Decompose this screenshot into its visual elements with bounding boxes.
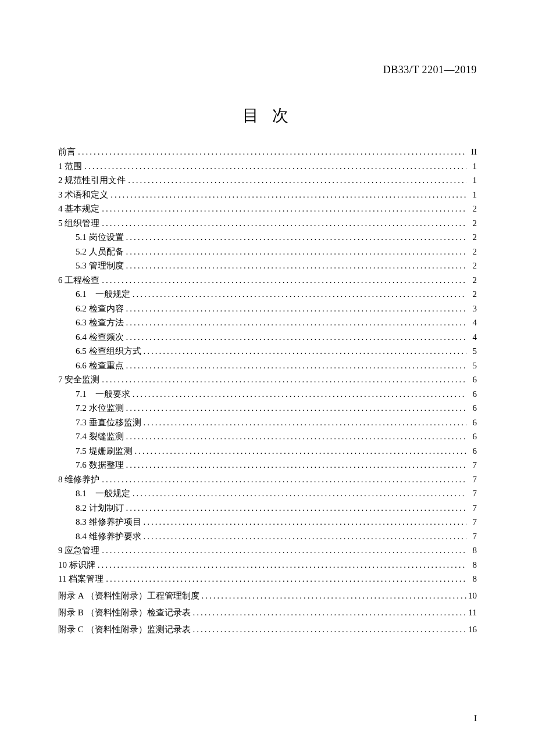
toc-leader-dots — [82, 162, 466, 171]
toc-entry: 2 规范性引用文件1 — [58, 176, 477, 185]
toc-entry-page: 1 — [466, 191, 477, 199]
toc-entry-page: 5 — [466, 347, 477, 356]
toc-entry-page: 2 — [466, 261, 477, 270]
toc-entry-page: 2 — [466, 219, 477, 228]
document-page: DB33/T 2201—2019 目 次 前言II1 范围12 规范性引用文件1… — [0, 0, 535, 756]
toc-entry: 8.3 维修养护项目7 — [58, 518, 477, 526]
document-id: DB33/T 2201—2019 — [383, 64, 477, 76]
toc-entry: 5.1 岗位设置2 — [58, 233, 477, 242]
toc-entry-page: 7 — [466, 532, 477, 541]
toc-entry: 5 组织管理2 — [58, 219, 477, 228]
toc-entry-page: 1 — [466, 176, 477, 185]
toc-entry: 7.4 裂缝监测6 — [58, 432, 477, 441]
toc-leader-dots — [124, 233, 467, 242]
toc-leader-dots — [108, 191, 466, 199]
page-number: I — [474, 714, 477, 723]
toc-leader-dots — [130, 489, 466, 498]
toc-entry-page: 6 — [466, 390, 477, 399]
toc-entry-page: 6 — [466, 432, 477, 441]
toc-leader-dots — [124, 461, 467, 470]
toc-entry: 7 安全监测6 — [58, 375, 477, 384]
toc-entry: 8.4 维修养护要求7 — [58, 532, 477, 541]
toc-entry-label: 4 基本规定 — [58, 205, 99, 213]
toc-entry-label: 7.2 水位监测 — [76, 404, 124, 413]
toc-entry-label: 7.1 一般要求 — [76, 390, 130, 399]
toc-entry: 前言II — [58, 148, 477, 156]
toc-entry-label: 2 规范性引用文件 — [58, 176, 126, 185]
toc-entry-label: 6.3 检查方法 — [76, 318, 124, 327]
toc-entry: 7.1 一般要求6 — [58, 390, 477, 399]
toc-leader-dots — [199, 592, 466, 600]
toc-leader-dots — [124, 361, 467, 370]
toc-entry-page: 11 — [466, 608, 477, 617]
toc-entry: 7.2 水位监测6 — [58, 404, 477, 413]
toc-entry-label: 5 组织管理 — [58, 219, 99, 228]
toc-entry-label: 6.1 一般规定 — [76, 290, 130, 299]
toc-entry-page: 2 — [466, 248, 477, 256]
toc-leader-dots — [104, 575, 466, 583]
toc-entry-label: 6.5 检查组织方式 — [76, 347, 141, 356]
toc-entry-page: 6 — [466, 447, 477, 456]
toc-entry: 3 术语和定义1 — [58, 191, 477, 199]
toc-leader-dots — [99, 546, 466, 555]
toc-entry: 7.6 数据整理7 — [58, 461, 477, 470]
toc-entry-label: 6.2 检查内容 — [76, 304, 124, 313]
toc-entry: 7.5 堤姗刷监测6 — [58, 447, 477, 456]
toc-entry-page: 8 — [466, 575, 477, 583]
toc-entry: 6.4 检查频次4 — [58, 333, 477, 342]
toc-entry: 1 范围1 — [58, 162, 477, 171]
toc-entry-page: 5 — [466, 361, 477, 370]
toc-entry-label: 9 应急管理 — [58, 546, 99, 555]
toc-leader-dots — [99, 475, 466, 484]
toc-leader-dots — [191, 608, 466, 617]
toc-leader-dots — [124, 318, 467, 327]
toc-entry-page: 4 — [466, 318, 477, 327]
table-of-contents: 前言II1 范围12 规范性引用文件13 术语和定义14 基本规定25 组织管理… — [58, 148, 477, 634]
toc-leader-dots — [124, 304, 467, 313]
toc-entry-label: 6.4 检查频次 — [76, 333, 124, 342]
toc-leader-dots — [95, 561, 466, 569]
toc-entry: 6.3 检查方法4 — [58, 318, 477, 327]
toc-entry-label: 10 标识牌 — [58, 561, 95, 569]
toc-leader-dots — [141, 418, 467, 427]
toc-entry: 9 应急管理8 — [58, 546, 477, 555]
toc-entry-page: 2 — [466, 276, 477, 285]
toc-entry: 7.3 垂直位移监测6 — [58, 418, 477, 427]
toc-leader-dots — [141, 532, 467, 541]
toc-entry: 6.1 一般规定2 — [58, 290, 477, 299]
toc-leader-dots — [130, 290, 466, 299]
toc-leader-dots — [191, 625, 466, 634]
toc-leader-dots — [124, 404, 467, 413]
toc-entry: 附录 C （资料性附录）监测记录表16 — [58, 625, 477, 634]
toc-entry-page: 8 — [466, 546, 477, 555]
toc-entry-page: 6 — [466, 375, 477, 384]
toc-entry-page: 16 — [466, 625, 477, 634]
toc-entry-label: 8.2 计划制订 — [76, 504, 124, 513]
toc-entry-label: 7 安全监测 — [58, 375, 99, 384]
toc-entry-page: 7 — [466, 489, 477, 498]
toc-entry-page: 7 — [466, 461, 477, 470]
toc-entry: 附录 A （资料性附录）工程管理制度10 — [58, 592, 477, 600]
toc-entry-label: 7.6 数据整理 — [76, 461, 124, 470]
toc-entry-page: 10 — [466, 592, 477, 600]
toc-leader-dots — [141, 347, 467, 356]
toc-entry: 5.2 人员配备2 — [58, 248, 477, 256]
toc-leader-dots — [99, 205, 466, 213]
toc-leader-dots — [99, 375, 466, 384]
toc-entry-page: 7 — [466, 518, 477, 526]
toc-entry-label: 附录 B （资料性附录）检查记录表 — [58, 608, 191, 617]
toc-entry-label: 附录 A （资料性附录）工程管理制度 — [58, 592, 199, 600]
toc-leader-dots — [124, 261, 467, 270]
toc-leader-dots — [141, 518, 467, 526]
toc-entry: 11 档案管理8 — [58, 575, 477, 583]
toc-leader-dots — [99, 219, 466, 228]
toc-entry-page: 7 — [466, 504, 477, 513]
toc-entry-label: 8 维修养护 — [58, 475, 99, 484]
toc-leader-dots — [133, 447, 467, 456]
toc-entry-label: 7.4 裂缝监测 — [76, 432, 124, 441]
toc-leader-dots — [130, 390, 466, 399]
toc-entry-label: 5.3 管理制度 — [76, 261, 124, 270]
toc-entry-label: 6 工程检查 — [58, 276, 99, 285]
toc-entry-label: 1 范围 — [58, 162, 82, 171]
toc-leader-dots — [76, 148, 466, 156]
